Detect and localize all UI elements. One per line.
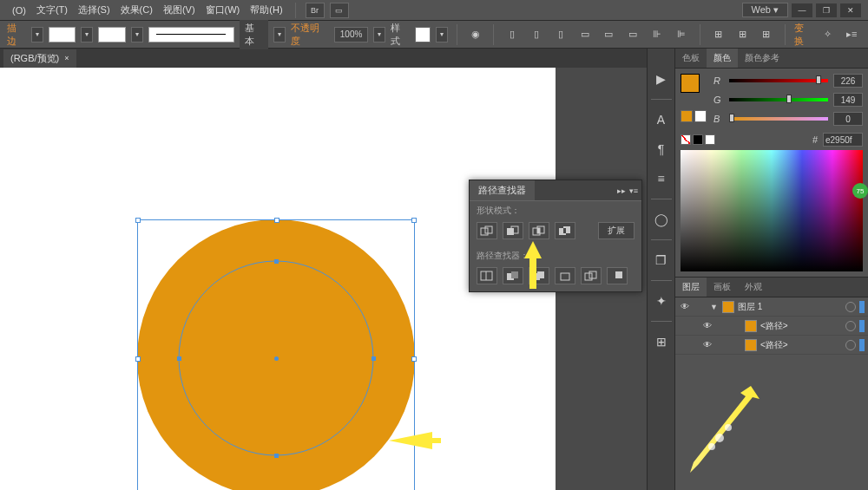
align-left-icon[interactable]: ▯: [503, 25, 522, 44]
transform-icon[interactable]: ✧: [819, 25, 838, 44]
layer-name-label[interactable]: <路径>: [760, 339, 842, 351]
g-input[interactable]: 149: [833, 93, 863, 107]
minus-back-button[interactable]: [607, 267, 628, 284]
style-swatch[interactable]: [415, 27, 431, 42]
style-dd[interactable]: ▾: [436, 27, 448, 42]
anchor-point[interactable]: [274, 454, 279, 458]
panel-menu-icon[interactable]: ▾≡: [629, 186, 638, 195]
arrangement-icon[interactable]: ▭: [330, 3, 349, 18]
anchor-point[interactable]: [274, 259, 279, 264]
layer-name-label[interactable]: 图层 1: [738, 301, 842, 313]
transform-label[interactable]: 变换: [794, 22, 813, 48]
minus-front-button[interactable]: [503, 222, 523, 239]
b-slider[interactable]: [729, 115, 828, 122]
bbox-handle-nw[interactable]: [135, 218, 141, 223]
crop-button[interactable]: [555, 267, 575, 284]
color-spectrum[interactable]: 75: [681, 150, 863, 271]
tab-layers[interactable]: 图层: [675, 278, 707, 297]
align-to3-icon[interactable]: ⊞: [757, 25, 776, 44]
panel-collapse-icon[interactable]: ▸▸: [617, 186, 626, 195]
hex-input[interactable]: e2950f: [823, 133, 863, 147]
target-icon[interactable]: [845, 340, 856, 350]
black-swatch[interactable]: [693, 134, 703, 145]
stroke-swatch-dd[interactable]: ▾: [81, 27, 93, 42]
menu-select[interactable]: 选择(S): [73, 3, 115, 16]
expand-button[interactable]: 扩展: [598, 222, 635, 239]
menu-type[interactable]: 文字(T): [31, 3, 73, 16]
tab-artboards[interactable]: 画板: [707, 278, 738, 297]
bridge-icon[interactable]: Br: [306, 3, 325, 18]
menu-help[interactable]: 帮助(H): [245, 3, 287, 16]
unite-button[interactable]: [477, 222, 497, 239]
stroke-profile[interactable]: [148, 27, 234, 42]
play-icon[interactable]: ▶: [652, 69, 671, 88]
disclosure-icon[interactable]: ▼: [710, 303, 719, 311]
pathfinder-panel[interactable]: 路径查找器 ▸▸ ▾≡ 形状模式： 扩展 路径查找器：: [469, 180, 642, 292]
b-input[interactable]: 0: [833, 112, 863, 126]
align-hcenter-icon[interactable]: ▯: [527, 25, 546, 44]
divide-button[interactable]: [477, 267, 497, 284]
layer-row[interactable]: 👁<路径>: [675, 336, 868, 355]
align-panel-icon[interactable]: ≡: [652, 169, 671, 188]
visibility-icon[interactable]: 👁: [701, 321, 713, 330]
visibility-icon[interactable]: 👁: [701, 340, 713, 350]
menu-view[interactable]: 视图(V): [158, 3, 201, 16]
document-tab[interactable]: (RGB/预览) ×: [3, 49, 76, 68]
outline-button[interactable]: [581, 267, 602, 284]
brushes-panel-icon[interactable]: ⊞: [652, 332, 671, 351]
target-icon[interactable]: [845, 302, 856, 312]
visibility-icon[interactable]: 👁: [679, 302, 691, 311]
layer-row[interactable]: 👁▼图层 1: [675, 297, 868, 317]
menu-window[interactable]: 窗口(W): [201, 3, 246, 16]
fill-stroke-swatches[interactable]: [681, 74, 708, 101]
fill-dropdown[interactable]: ▾: [31, 27, 43, 42]
pathfinder-tab[interactable]: 路径查找器: [470, 180, 535, 200]
opacity-dd[interactable]: ▾: [373, 27, 385, 42]
target-icon[interactable]: [845, 321, 856, 331]
stroke-style-dd[interactable]: ▾: [273, 27, 286, 42]
r-input[interactable]: 226: [833, 74, 863, 88]
r-slider[interactable]: [729, 77, 828, 84]
fill-swatch[interactable]: [49, 27, 76, 42]
bbox-handle-w[interactable]: [135, 356, 141, 362]
center-point[interactable]: [274, 356, 279, 361]
tab-color-guide[interactable]: 颜色参考: [738, 49, 786, 68]
appearance-panel-icon[interactable]: ◯: [652, 210, 671, 229]
workspace-dropdown[interactable]: Web ▾: [742, 3, 788, 17]
tab-appearance[interactable]: 外观: [738, 278, 769, 297]
align-to-icon[interactable]: ⊞: [709, 25, 728, 44]
tab-color[interactable]: 颜色: [707, 49, 738, 68]
pathfinder-header[interactable]: 路径查找器 ▸▸ ▾≡: [470, 180, 641, 201]
window-close-icon[interactable]: ✕: [840, 3, 861, 17]
align-right-icon[interactable]: ▯: [551, 25, 570, 44]
align-to2-icon[interactable]: ⊞: [733, 25, 752, 44]
opacity-input[interactable]: 100%: [334, 27, 369, 42]
intersect-button[interactable]: [529, 222, 549, 239]
g-slider[interactable]: [729, 96, 828, 103]
window-minimize-icon[interactable]: —: [792, 3, 812, 17]
close-icon[interactable]: ×: [64, 54, 69, 62]
layer-name-label[interactable]: <路径>: [760, 320, 842, 332]
window-restore-icon[interactable]: ❐: [816, 3, 837, 17]
menu-effect[interactable]: 效果(C): [115, 3, 158, 16]
layer-row[interactable]: 👁<路径>: [675, 317, 868, 336]
symbols-panel-icon[interactable]: ✦: [652, 291, 671, 310]
align-bottom-icon[interactable]: ▭: [623, 25, 642, 44]
none-color-icon[interactable]: [681, 134, 691, 145]
stroke-weight-dd[interactable]: ▾: [131, 27, 143, 42]
merge-button[interactable]: [529, 267, 549, 284]
bbox-handle-ne[interactable]: [411, 218, 417, 223]
white-swatch[interactable]: [705, 134, 715, 145]
current-color-swatch[interactable]: [681, 110, 693, 122]
type-panel-icon[interactable]: A: [652, 110, 671, 129]
menu-object[interactable]: (O): [7, 5, 31, 16]
distribute-v-icon[interactable]: ⊫: [672, 25, 691, 44]
bbox-handle-e[interactable]: [411, 356, 417, 362]
paragraph-panel-icon[interactable]: ¶: [652, 140, 671, 159]
web-color-swatch[interactable]: [694, 110, 707, 122]
recolor-icon[interactable]: ◉: [466, 25, 485, 44]
align-top-icon[interactable]: ▭: [575, 25, 595, 44]
pathfinder-panel-icon[interactable]: ❐: [652, 251, 671, 270]
anchor-point[interactable]: [372, 356, 376, 361]
align-vcenter-icon[interactable]: ▭: [600, 25, 619, 44]
